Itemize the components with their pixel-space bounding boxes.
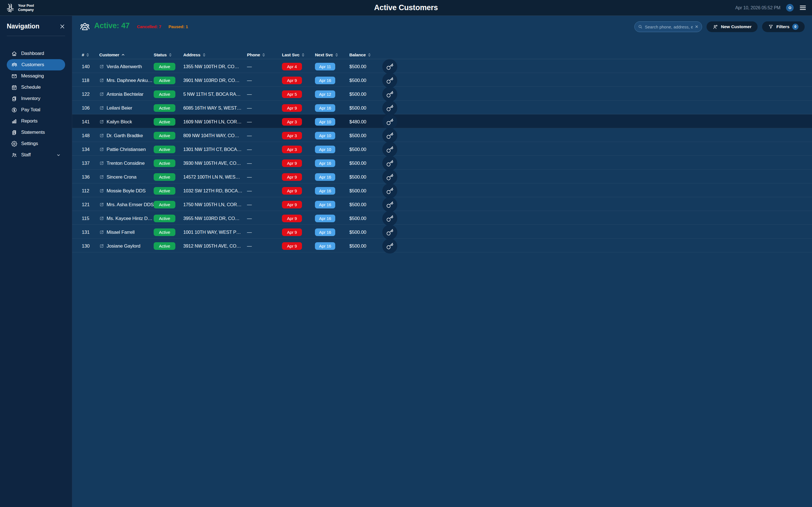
customer-name[interactable]: Mrs. Asha Ernser DDS [107,202,154,208]
key-action-button[interactable] [382,142,397,157]
customer-name[interactable]: Josiane Gaylord [107,243,140,249]
table-row[interactable]: 130 Josiane Gaylord Active 3912 NW 105TH… [72,238,406,252]
external-link-icon[interactable] [99,230,104,235]
external-link-icon[interactable] [99,244,104,248]
customer-name[interactable]: Ms. Kaycee Hintz D… [107,216,152,221]
status-badge: Active [154,242,175,250]
column-header-next-svc[interactable]: Next Svc [315,52,349,57]
address-link[interactable]: 6085 16TH WAY S, WEST… [183,105,247,111]
table-row[interactable]: 141 Kailyn Block Active 1609 NW 106TH LN… [72,114,406,128]
column-header-address[interactable]: Address [183,52,247,57]
customer-name[interactable]: Misael Farrell [107,230,135,235]
table-row[interactable]: 112 Mossie Boyle DDS Active 1032 SW 12TH… [72,183,406,197]
column-header-phone[interactable]: Phone [247,52,282,57]
sidebar-item-messaging[interactable]: Messaging [7,70,65,82]
customer-name[interactable]: Verda Altenwerth [107,64,142,69]
external-link-icon[interactable] [99,147,104,152]
key-action-button[interactable] [382,128,397,143]
sidebar-item-dashboard[interactable]: Dashboard [7,48,65,59]
balance-value: $500.00 [349,92,382,97]
customer-name[interactable]: Trenton Considine [107,161,145,166]
sidebar-item-statements[interactable]: Statements [7,127,65,138]
external-link-icon[interactable] [99,202,104,207]
last-svc-badge: Apr 3 [282,132,302,139]
external-link-icon[interactable] [99,92,104,97]
customer-name[interactable]: Antonia Bechtelar [107,92,144,97]
sidebar-item-customers[interactable]: Customers [7,59,65,70]
external-link-icon[interactable] [99,106,104,110]
customer-name[interactable]: Mrs. Daphnee Anku… [107,78,153,83]
customer-name[interactable]: Sincere Crona [107,174,137,180]
sidebar-item-inventory[interactable]: Inventory [7,93,65,104]
key-action-button[interactable] [382,170,397,184]
customer-number: 136 [82,174,99,180]
table-row[interactable]: 115 Ms. Kaycee Hintz D… Active 3955 NW 1… [72,211,406,225]
address-link[interactable]: 1609 NW 106TH LN, COR… [183,119,247,124]
address-link[interactable]: 1355 NW 100TH DR, CO… [183,64,247,69]
address-link[interactable]: 1001 10TH WAY, WEST P… [183,230,247,235]
table-row[interactable]: 136 Sincere Crona Active 14572 100TH LN … [72,170,406,183]
key-action-button[interactable] [382,238,397,253]
key-action-button[interactable] [382,87,397,102]
table-row[interactable]: 106 Leilani Beier Active 6085 16TH WAY S… [72,101,406,114]
external-link-icon[interactable] [99,188,104,193]
key-action-button[interactable] [382,73,397,88]
customer-name[interactable]: Pattie Christiansen [107,147,146,152]
column-header-customer[interactable]: Customer [99,52,154,57]
table-row[interactable]: 148 Dr. Garth Bradtke Active 809 NW 104T… [72,128,406,142]
external-link-icon[interactable] [99,119,104,124]
address-link[interactable]: 3930 NW 105TH AVE, CO… [183,161,247,166]
sidebar-item-settings[interactable]: Settings [7,138,65,149]
address-link[interactable]: 3901 NW 103RD DR, CO… [183,78,247,83]
customer-name[interactable]: Dr. Garth Bradtke [107,133,143,138]
table-row[interactable]: 134 Pattie Christiansen Active 1301 NW 1… [72,142,406,156]
column-header-status[interactable]: Status [154,52,183,57]
key-action-button[interactable] [382,101,397,115]
balance-value: $480.00 [349,119,382,125]
balance-value: $500.00 [349,78,382,83]
key-action-button[interactable] [382,197,397,212]
address-link[interactable]: 1032 SW 12TH RD, BOCA… [183,188,247,193]
column-header-last-svc[interactable]: Last Svc [282,52,315,57]
customer-name[interactable]: Mossie Boyle DDS [107,188,146,194]
column-header-number[interactable]: # [82,52,99,57]
key-action-button[interactable] [382,183,397,198]
key-action-button[interactable] [382,59,397,74]
address-link[interactable]: 1301 NW 13TH CT, BOCA… [183,147,247,152]
address-link[interactable]: 5 NW 11TH ST, BOCA RA… [183,92,247,97]
external-link-icon[interactable] [99,216,104,221]
table-row[interactable]: 121 Mrs. Asha Ernser DDS Active 1750 NW … [72,197,406,211]
key-action-button[interactable] [382,114,397,129]
external-link-icon[interactable] [99,133,104,138]
phone-value: — [247,64,282,69]
external-link-icon[interactable] [99,161,104,166]
sidebar-item-reports[interactable]: Reports [7,115,65,127]
address-link[interactable]: 3912 NW 105TH AVE, CO… [183,243,247,249]
table-row[interactable]: 137 Trenton Considine Active 3930 NW 105… [72,156,406,170]
external-link-icon[interactable] [99,64,104,69]
column-header-balance[interactable]: Balance [349,52,382,57]
table-row[interactable]: 140 Verda Altenwerth Active 1355 NW 100T… [72,59,406,73]
address-link[interactable]: 1750 NW 105TH LN, COR… [183,202,247,207]
sidebar-item-schedule[interactable]: Schedule [7,82,65,93]
paused-count: Paused: 1 [168,24,188,29]
table-row[interactable]: 118 Mrs. Daphnee Anku… Active 3901 NW 10… [72,73,406,87]
table-row[interactable]: 122 Antonia Bechtelar Active 5 NW 11TH S… [72,87,406,101]
key-action-button[interactable] [382,225,397,240]
table-row[interactable]: 131 Misael Farrell Active 1001 10TH WAY,… [72,225,406,238]
address-link[interactable]: 809 NW 104TH WAY, CO… [183,133,247,138]
customer-name[interactable]: Kailyn Block [107,119,132,125]
address-link[interactable]: 14572 100TH LN N, WES… [183,174,247,180]
external-link-icon[interactable] [99,175,104,179]
sidebar-item-pay-total[interactable]: Pay Total [7,104,65,115]
sidebar-item-label: Pay Total [21,107,40,113]
customer-name[interactable]: Leilani Beier [107,105,132,111]
status-badge: Active [154,104,175,112]
close-icon[interactable] [59,24,65,29]
external-link-icon[interactable] [99,78,104,83]
address-link[interactable]: 3955 NW 103RD DR, CO… [183,216,247,221]
key-action-button[interactable] [382,211,397,226]
next-svc-badge: Apr 16 [315,242,335,250]
key-action-button[interactable] [382,156,397,171]
sidebar-item-staff[interactable]: Staff [7,149,65,161]
